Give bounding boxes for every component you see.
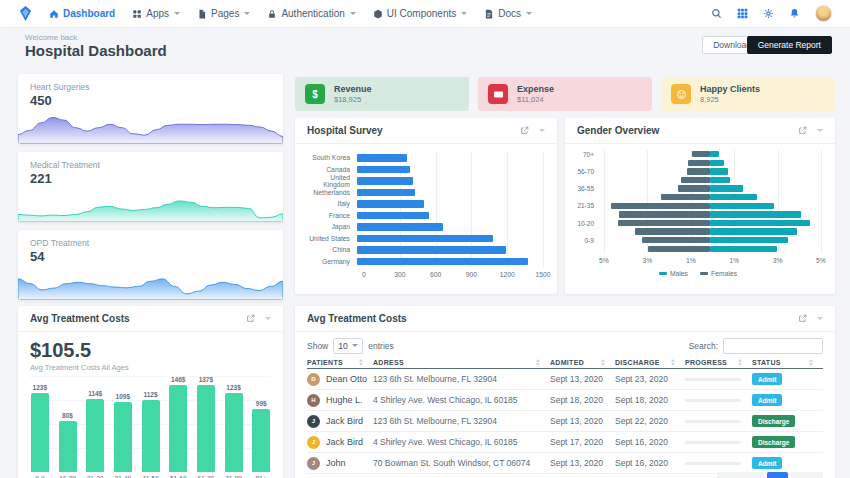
survey-category-label: Canada — [307, 166, 357, 173]
column-header-admited[interactable]: ADMITED — [550, 359, 615, 366]
survey-category-label: Japan — [307, 223, 357, 230]
gear-icon[interactable] — [763, 8, 774, 19]
table-row[interactable]: JJack Bird123 6th St. Melbourne, FL 3290… — [307, 411, 823, 432]
avg-treatment-costs-card: Avg Treatment Costs $105.5 Avg Treatment… — [18, 306, 283, 478]
user-avatar[interactable] — [815, 5, 832, 22]
chevron-down-icon[interactable] — [817, 317, 823, 320]
stat-card-revenue: $Revenue$18,925 — [295, 77, 469, 111]
pagination: Previous 1 Next — [717, 472, 823, 478]
females-bar — [687, 168, 710, 174]
survey-bar — [357, 246, 506, 254]
nav-item-authentication[interactable]: Authentication — [267, 8, 355, 19]
external-link-icon[interactable] — [798, 314, 807, 323]
dollar-icon: $ — [305, 84, 325, 104]
survey-bar — [357, 200, 424, 208]
bar-value-label: 109$ — [116, 393, 130, 400]
entries-select[interactable]: 10 — [333, 338, 363, 354]
card-header: Gender Overview — [565, 118, 835, 144]
gender-bar-row — [575, 210, 821, 219]
stat-title: Revenue — [334, 84, 372, 94]
females-bar — [678, 185, 710, 191]
chart-legend: MalesFemales — [575, 270, 821, 277]
progress-bar — [685, 441, 741, 444]
file-icon — [197, 9, 207, 19]
chevron-down-icon[interactable] — [539, 129, 545, 132]
generate-report-button[interactable]: Generate Report — [747, 36, 832, 54]
card-header: Avg Treatment Costs — [295, 306, 835, 332]
patient-avatar: J — [307, 436, 320, 449]
gender-x-tick: 5% — [816, 257, 826, 264]
nav-item-docs[interactable]: Docs — [484, 8, 532, 19]
apps-icon — [132, 9, 142, 19]
patients-table-card: Avg Treatment Costs Show 10 entries Sear… — [295, 306, 835, 478]
males-bar — [710, 177, 730, 183]
external-link-icon[interactable] — [520, 126, 529, 135]
pagination-previous[interactable]: Previous — [717, 472, 764, 478]
nav-item-apps[interactable]: Apps — [132, 8, 180, 19]
survey-bar-row: United States — [307, 233, 543, 245]
females-bar — [661, 194, 710, 200]
gender-x-tick: 1% — [686, 257, 696, 264]
gender-bar-row — [575, 176, 821, 185]
brand-logo-icon[interactable] — [18, 6, 33, 21]
survey-category-label: Germany — [307, 258, 357, 265]
column-header-discharge[interactable]: DISCHARGE — [615, 359, 685, 366]
stat-value: $18,925 — [334, 95, 372, 104]
gender-age-label: 0-9 — [575, 237, 599, 244]
nav-item-dashboard[interactable]: Dashboard — [49, 8, 115, 19]
admitted-date: Sept 13, 2020 — [550, 374, 615, 384]
survey-category-label: Netherlands — [307, 189, 357, 196]
search-icon[interactable] — [711, 8, 722, 19]
column-header-progress[interactable]: PROGRESS — [685, 359, 752, 366]
survey-bar-row: China — [307, 244, 543, 256]
cost-bar — [114, 402, 132, 472]
entries-label: entries — [368, 341, 394, 351]
opd-treatment-sparkline — [18, 266, 283, 300]
nav-item-ui-components[interactable]: UI Components — [373, 8, 467, 19]
bell-icon[interactable] — [789, 8, 800, 19]
table-row[interactable]: JJohn70 Bowman St. South Windsor, CT 060… — [307, 453, 823, 474]
gender-bar-row — [575, 245, 821, 254]
pagination-next[interactable]: Next — [791, 472, 823, 478]
patients-table: PATIENTSADRESSADMITEDDISCHARGEPROGRESSST… — [307, 356, 823, 474]
males-bar — [710, 203, 774, 209]
chevron-down-icon[interactable] — [817, 129, 823, 132]
table-header-row: PATIENTSADRESSADMITEDDISCHARGEPROGRESSST… — [307, 356, 823, 369]
search-input[interactable] — [723, 338, 823, 354]
external-link-icon[interactable] — [246, 314, 255, 323]
patient-name: Dean Otto — [326, 374, 367, 384]
gender-bar-row: 0-9 — [575, 236, 821, 245]
legend-item-males[interactable]: Males — [659, 270, 688, 277]
legend-item-females[interactable]: Females — [700, 270, 737, 277]
patient-name: Hughe L. — [326, 395, 363, 405]
females-bar — [618, 220, 710, 226]
nav-right — [711, 5, 832, 22]
nav-item-pages[interactable]: Pages — [197, 8, 250, 19]
external-link-icon[interactable] — [798, 126, 807, 135]
table-controls: Show 10 entries Search: — [307, 337, 823, 354]
gender-overview-chart: 70+56-7036-5521-3510-200-9 5%3%1%1%3%5% … — [575, 150, 821, 253]
column-header-patients[interactable]: PATIENTS — [307, 359, 373, 366]
avg-cost-bar-column: 137$ — [196, 376, 216, 472]
survey-category-label: South Korea — [307, 154, 357, 161]
admitted-date: Sept 18, 2020 — [550, 395, 615, 405]
table-row[interactable]: DDean Otto123 6th St. Melbourne, FL 3290… — [307, 369, 823, 390]
survey-x-tick: 1200 — [500, 271, 515, 278]
table-row[interactable]: JJack Bird4 Shirley Ave. West Chicago, I… — [307, 432, 823, 453]
progress-bar — [685, 378, 741, 381]
opd-treatment-card: OPD Treatment 54 — [18, 230, 283, 300]
chevron-down-icon[interactable] — [265, 317, 271, 320]
progress-bar — [685, 399, 741, 402]
gender-overview-card: Gender Overview 70+56-7036-5521-3510-200… — [565, 118, 835, 294]
grid-icon[interactable] — [737, 8, 748, 19]
avg-cost-bar-column: 109$ — [113, 376, 133, 472]
bar-value-label: 80$ — [62, 412, 73, 419]
gender-bar-row — [575, 227, 821, 236]
column-header-adress[interactable]: ADRESS — [373, 359, 550, 366]
table-row[interactable]: HHughe L.4 Shirley Ave. West Chicago, IL… — [307, 390, 823, 411]
page-title: Hospital Dashboard — [25, 42, 167, 59]
column-header-status[interactable]: STATUS — [752, 359, 823, 366]
survey-bar-row: United Kingdom — [307, 175, 543, 187]
pagination-page-1[interactable]: 1 — [767, 472, 787, 478]
females-bar — [692, 151, 710, 157]
